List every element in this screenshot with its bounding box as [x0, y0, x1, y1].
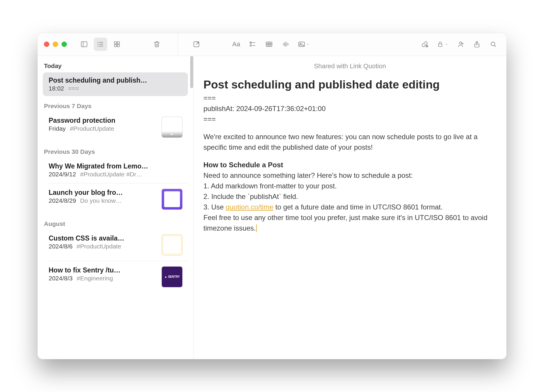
search-button[interactable] — [487, 38, 500, 51]
howto-heading: How to Schedule a Post — [203, 160, 497, 170]
step-2: 2. Include the `publishAt` field. — [203, 191, 497, 202]
note-editor[interactable]: Shared with Link Quotion Post scheduling… — [193, 56, 506, 359]
svg-rect-9 — [117, 42, 120, 44]
notes-sidebar[interactable]: Today Post scheduling and publish… 18:02… — [38, 56, 193, 359]
svg-point-38 — [491, 42, 495, 46]
svg-rect-19 — [266, 42, 272, 46]
app-window: Aa — [38, 33, 506, 359]
note-meta: 2024/9/12 #ProductUpdate #Dr… — [49, 171, 183, 178]
svg-rect-8 — [114, 42, 117, 44]
note-title-heading: Post scheduling and published date editi… — [203, 78, 497, 92]
toolbar-divider — [178, 33, 178, 56]
note-thumbnail — [162, 189, 183, 210]
chevron-down-icon — [444, 42, 448, 46]
note-thumbnail — [162, 234, 183, 255]
toolbar: Aa — [38, 33, 506, 56]
note-title: Custom CSS is availa… — [49, 234, 157, 242]
note-title: Why We Migrated from Lemo… — [49, 162, 183, 170]
text-caret — [256, 224, 257, 232]
section-header-today: Today — [38, 56, 193, 71]
section-header-prev7: Previous 7 Days — [38, 97, 193, 111]
svg-rect-34 — [438, 44, 442, 47]
frontmatter-line: publishAt: 2024-09-26T17:36:02+01:00 — [203, 103, 497, 114]
note-meta: 2024/8/29 Do you know… — [49, 197, 157, 204]
toggle-sidebar-button[interactable] — [77, 38, 91, 51]
delete-button[interactable] — [150, 38, 164, 51]
chevron-down-icon — [306, 42, 310, 46]
list-view-button[interactable] — [94, 38, 107, 51]
note-thumbnail: ▲ SENTRY — [162, 266, 183, 287]
window-controls — [44, 42, 67, 47]
note-title: Post scheduling and publish… — [49, 76, 183, 84]
svg-line-39 — [494, 45, 496, 47]
howto-intro: Need to announce something later? Here's… — [203, 170, 497, 181]
svg-point-5 — [98, 42, 98, 43]
grid-view-button[interactable] — [110, 38, 124, 51]
checklist-button[interactable] — [246, 38, 259, 51]
svg-point-6 — [98, 44, 98, 45]
audio-button[interactable] — [279, 38, 292, 51]
note-title: How to fix Sentry /tu… — [49, 266, 157, 274]
section-header-august: August — [38, 215, 193, 229]
note-meta: 18:02 === — [49, 85, 183, 92]
svg-point-7 — [98, 46, 98, 47]
note-title: Launch your blog fro… — [49, 189, 157, 197]
section-header-prev30: Previous 30 Days — [38, 143, 193, 157]
svg-point-17 — [250, 45, 251, 46]
app-body: Today Post scheduling and publish… 18:02… — [38, 56, 506, 359]
note-meta: 2024/8/3 #Engineering — [49, 275, 157, 282]
table-button[interactable] — [262, 38, 276, 51]
note-item[interactable]: Why We Migrated from Lemo… 2024/9/12 #Pr… — [43, 158, 188, 182]
note-item[interactable]: How to fix Sentry /tu… 2024/8/3 #Enginee… — [43, 262, 188, 292]
note-item-selected[interactable]: Post scheduling and publish… 18:02 === — [43, 72, 188, 96]
shared-label: Shared with Link Quotion — [203, 56, 497, 78]
svg-point-36 — [462, 43, 463, 44]
format-button[interactable]: Aa — [229, 38, 243, 51]
svg-rect-0 — [81, 42, 87, 47]
step-1: 1. Add markdown front-matter to your pos… — [203, 181, 497, 191]
note-title: Password protection — [49, 117, 157, 125]
note-meta: 2024/8/6 #ProductUpdate — [49, 243, 157, 250]
note-thumbnail: ▸ — [162, 117, 183, 138]
frontmatter-sep: === — [203, 114, 497, 125]
media-button[interactable] — [295, 38, 313, 51]
intro-paragraph: We're excited to announce two new featur… — [203, 132, 497, 153]
lock-button[interactable] — [434, 38, 451, 51]
compose-button[interactable] — [190, 38, 203, 51]
zoom-window-button[interactable] — [62, 42, 67, 47]
link-button[interactable] — [418, 38, 431, 51]
divider — [49, 183, 188, 183]
note-body[interactable]: === publishAt: 2024-09-26T17:36:02+01:00… — [203, 93, 497, 234]
note-item[interactable]: Custom CSS is availa… 2024/8/6 #ProductU… — [43, 230, 188, 260]
frontmatter-sep: === — [203, 93, 497, 103]
format-label: Aa — [232, 40, 240, 48]
note-meta: Friday #ProductUpdate — [49, 125, 157, 132]
svg-point-35 — [459, 42, 462, 44]
share-button[interactable] — [470, 38, 484, 51]
closing-paragraph: Feel free to use any other time tool you… — [203, 212, 497, 234]
note-item[interactable]: Launch your blog fro… 2024/8/29 Do you k… — [43, 185, 188, 214]
divider — [49, 261, 188, 261]
scrollbar-thumb[interactable] — [190, 56, 193, 88]
time-link[interactable]: quotion.co/time — [226, 203, 273, 211]
collaborate-button[interactable] — [454, 38, 467, 51]
close-window-button[interactable] — [44, 42, 49, 47]
video-icon: ▸ — [171, 132, 173, 136]
minimize-window-button[interactable] — [53, 42, 58, 47]
note-item[interactable]: Password protection Friday #ProductUpdat… — [43, 113, 188, 142]
step-3: 3. Use quotion.co/time to get a future d… — [203, 202, 497, 212]
svg-rect-10 — [114, 45, 117, 47]
svg-rect-11 — [117, 45, 120, 47]
